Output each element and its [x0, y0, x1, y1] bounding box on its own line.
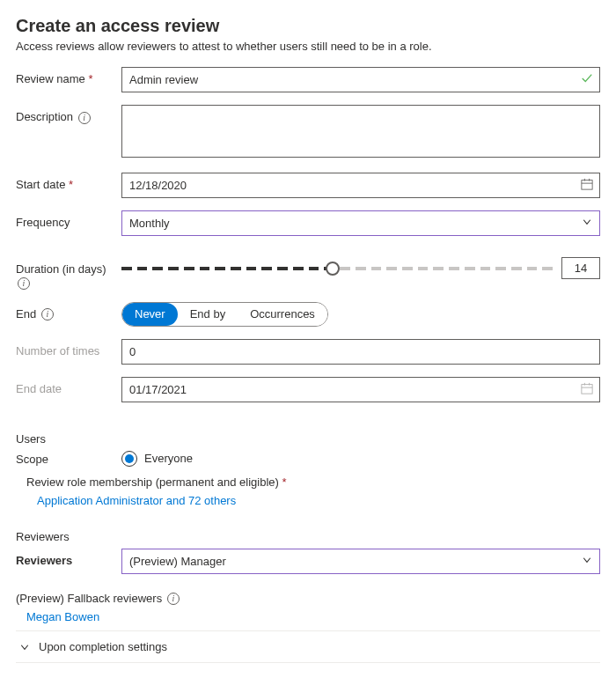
end-toggle-group: Never End by Occurrences [121, 302, 328, 327]
info-icon: i [18, 277, 30, 290]
end-option-never[interactable]: Never [122, 303, 178, 326]
chevron-down-icon [582, 555, 592, 565]
duration-value[interactable]: 14 [561, 257, 600, 279]
review-name-label: Review name * [16, 67, 121, 85]
chevron-down-icon [19, 642, 30, 652]
end-label: End i [16, 302, 121, 321]
review-name-input[interactable] [121, 67, 600, 92]
fallback-reviewers-label: (Preview) Fallback reviewers i [16, 592, 600, 606]
duration-label: Duration (in days) i [16, 257, 121, 290]
scope-radio-everyone[interactable] [121, 451, 137, 467]
roles-link[interactable]: Application Administrator and 72 others [37, 494, 236, 507]
reviewers-select[interactable]: (Preview) Manager [121, 549, 600, 574]
end-date-label: End date [16, 377, 121, 395]
slider-knob[interactable] [326, 262, 340, 276]
end-option-endby[interactable]: End by [178, 303, 238, 326]
frequency-label: Frequency [16, 210, 121, 229]
info-icon: i [78, 112, 91, 124]
end-date-input [121, 377, 600, 402]
number-of-times-label: Number of times [16, 339, 121, 357]
page-subtitle: Access reviews allow reviewers to attest… [16, 40, 600, 53]
upon-completion-accordion[interactable]: Upon completion settings [16, 630, 600, 663]
reviewers-heading: Reviewers [16, 530, 600, 543]
role-membership-label: Review role membership (permanent and el… [26, 475, 600, 489]
fallback-reviewer-link[interactable]: Megan Bowen [26, 610, 99, 623]
description-label: Description i [16, 105, 121, 124]
start-date-input[interactable] [121, 173, 600, 198]
scope-radio-label: Everyone [144, 452, 193, 465]
duration-slider[interactable] [121, 260, 553, 277]
number-of-times-input [121, 339, 600, 365]
frequency-select[interactable]: Monthly [121, 210, 600, 236]
start-date-label: Start date * [16, 173, 121, 191]
page-title: Create an access review [16, 16, 600, 36]
description-input[interactable] [121, 105, 600, 158]
scope-label: Scope [16, 451, 121, 466]
info-icon: i [167, 593, 180, 605]
end-option-occurrences[interactable]: Occurrences [238, 303, 327, 326]
reviewers-label: Reviewers [16, 549, 121, 567]
info-icon: i [41, 308, 54, 321]
chevron-down-icon [582, 217, 592, 227]
users-heading: Users [16, 432, 600, 446]
